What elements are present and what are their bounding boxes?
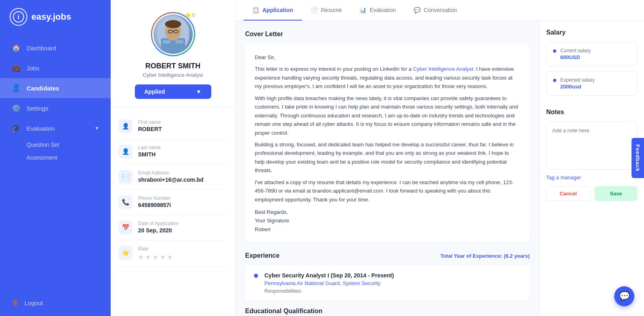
tab-resume[interactable]: 📄 Resume bbox=[302, 0, 351, 21]
last-name-field: 👤 Last name SMITH bbox=[119, 139, 227, 164]
tab-evaluation[interactable]: 📊 Evaluation bbox=[351, 0, 405, 21]
logout-button[interactable]: 🚪 Logout bbox=[0, 293, 111, 312]
avatar bbox=[153, 14, 193, 54]
cover-letter-p1: This letter is to express my interest in… bbox=[255, 65, 520, 90]
svg-rect-8 bbox=[175, 40, 184, 43]
calendar-icon: 📅 bbox=[119, 221, 132, 234]
current-salary-dot bbox=[553, 49, 556, 53]
current-salary-value: 600USD bbox=[560, 54, 590, 60]
avatar-ring bbox=[151, 12, 195, 56]
status-dropdown[interactable]: Applied ▼ bbox=[135, 84, 211, 99]
evaluation-tab-icon: 📊 bbox=[359, 7, 366, 13]
email-field: ✉️ Email Address shraboni+16@ar.com.bd bbox=[119, 164, 227, 190]
feedback-tab[interactable]: Feedback bbox=[632, 138, 644, 178]
sidebar-item-dashboard[interactable]: 🏠 Dashboard bbox=[0, 38, 111, 58]
current-salary-label: Current salary bbox=[560, 48, 590, 53]
chat-fab[interactable]: 💬 bbox=[614, 286, 634, 306]
candidate-panel: ⭐ 0 ROBERT SMITH Cyber Intelligence Anal… bbox=[111, 0, 235, 316]
star-3[interactable]: ★ bbox=[153, 253, 158, 261]
svg-text:i: i bbox=[18, 14, 19, 21]
date-label: Date of Application bbox=[138, 221, 178, 226]
education-heading: Educational Qualification bbox=[245, 308, 530, 315]
phone-label: Phone Number bbox=[138, 195, 171, 201]
conversation-tab-icon: 💬 bbox=[414, 7, 421, 13]
notes-actions: Cancel Save bbox=[546, 186, 638, 201]
email-value: shraboni+16@ar.com.bd bbox=[138, 176, 204, 183]
candidate-header: ⭐ 0 ROBERT SMITH Cyber Intelligence Anal… bbox=[111, 0, 235, 107]
star-5[interactable]: ★ bbox=[167, 253, 173, 261]
sidebar-item-question-set[interactable]: Question Set bbox=[27, 138, 111, 151]
sidebar-item-assessment[interactable]: Assessment bbox=[27, 151, 111, 164]
star-1[interactable]: ★ bbox=[138, 253, 144, 261]
phone-icon: 📞 bbox=[119, 195, 132, 209]
star-rate-icon: ⭐ bbox=[119, 246, 132, 260]
evaluation-icon: 🎓 bbox=[11, 124, 21, 133]
cover-closing-1: Best Regards, bbox=[255, 208, 520, 216]
experience-header: Experience Total Year of Experience: (6.… bbox=[245, 252, 530, 259]
info-fields: 👤 First name ROBERT 👤 Last name SMITH ✉️… bbox=[111, 107, 235, 273]
exp-dot bbox=[254, 274, 258, 278]
logo[interactable]: i easy.jobs bbox=[0, 0, 111, 34]
sidebar: i easy.jobs 🏠 Dashboard 💼 Jobs 👤 Candida… bbox=[0, 0, 111, 316]
star-2[interactable]: ★ bbox=[145, 253, 151, 261]
candidate-title: Cyber Intelligence Analyst bbox=[143, 72, 203, 78]
notes-textarea[interactable] bbox=[546, 121, 638, 170]
chevron-down-icon: ▼ bbox=[196, 88, 202, 95]
candidate-name: ROBERT SMITH bbox=[145, 62, 200, 70]
star-badge: ⭐ 0 bbox=[185, 12, 195, 18]
job-link[interactable]: Cyber Intelligence Analyst bbox=[413, 66, 473, 72]
first-name-field: 👤 First name ROBERT bbox=[119, 114, 227, 139]
expected-salary-dot bbox=[553, 79, 556, 82]
date-value: 20 Sep, 2020 bbox=[138, 227, 178, 234]
experience-card-0: Cyber Security Analyst I (Sep 20, 2014 -… bbox=[245, 265, 530, 301]
exp-company: Pennsylvania Air National Guard, System … bbox=[264, 280, 394, 286]
experience-heading: Experience bbox=[245, 252, 279, 259]
save-button[interactable]: Save bbox=[594, 186, 638, 201]
home-icon: 🏠 bbox=[11, 43, 21, 52]
experience-years: Total Year of Experience: (6.2 years) bbox=[440, 253, 530, 259]
tab-conversation[interactable]: 💬 Conversation bbox=[405, 0, 466, 21]
avatar-wrapper: ⭐ 0 bbox=[151, 12, 195, 56]
salutation: Dear Sir, bbox=[255, 53, 520, 62]
tab-application[interactable]: 📋 Application bbox=[244, 0, 302, 21]
logo-icon: i bbox=[10, 8, 27, 26]
content-salary: Cover Letter Dear Sir, This letter is to… bbox=[235, 21, 644, 316]
salary-notes-panel: Salary Current salary 600USD Expected sa… bbox=[539, 21, 644, 316]
cover-closing-3: Robert bbox=[255, 225, 520, 234]
tag-manager-link[interactable]: Tag a manager bbox=[546, 174, 638, 181]
app-content: Cover Letter Dear Sir, This letter is to… bbox=[235, 21, 539, 316]
jobs-icon: 💼 bbox=[11, 64, 21, 72]
notes-section: Notes Tag a manager Cancel Save bbox=[546, 109, 638, 201]
last-name-label: Last name bbox=[138, 145, 161, 150]
person-icon-2: 👤 bbox=[119, 145, 132, 158]
svg-rect-7 bbox=[163, 40, 171, 43]
candidates-icon: 👤 bbox=[11, 84, 21, 92]
exp-title: Cyber Security Analyst I (Sep 20, 2014 -… bbox=[264, 272, 394, 279]
svg-point-6 bbox=[167, 36, 179, 41]
salary-heading: Salary bbox=[546, 29, 638, 36]
cover-letter-p4: I've attached a copy of my resume that d… bbox=[255, 178, 520, 204]
expected-salary-value: 2000usd bbox=[560, 84, 594, 90]
cover-letter-box: Dear Sir, This letter is to express my i… bbox=[245, 44, 530, 242]
first-name-label: First name bbox=[138, 119, 162, 125]
chat-icon: 💬 bbox=[619, 291, 630, 302]
sidebar-item-evaluation[interactable]: 🎓 Evaluation ▼ bbox=[0, 118, 111, 138]
sidebar-item-jobs[interactable]: 💼 Jobs bbox=[0, 58, 111, 78]
settings-icon: ⚙️ bbox=[11, 104, 21, 113]
sidebar-item-candidates[interactable]: 👤 Candidates bbox=[0, 78, 111, 98]
sidebar-nav: 🏠 Dashboard 💼 Jobs 👤 Candidates ⚙️ Setti… bbox=[0, 34, 111, 293]
cover-letter-text: Dear Sir, This letter is to express my i… bbox=[255, 53, 520, 234]
cover-letter-p3: Building a strong, focused, and dedicate… bbox=[255, 140, 520, 175]
phone-field: 📞 Phone Number 6458909857i bbox=[119, 190, 227, 215]
star-rating[interactable]: ★ ★ ★ ★ ★ bbox=[138, 253, 173, 261]
star-4[interactable]: ★ bbox=[160, 253, 165, 261]
sidebar-item-settings[interactable]: ⚙️ Settings bbox=[0, 98, 111, 118]
rate-field: ⭐ Rate ★ ★ ★ ★ ★ bbox=[119, 240, 227, 267]
date-field: 📅 Date of Application 20 Sep, 2020 bbox=[119, 215, 227, 240]
phone-value: 6458909857i bbox=[138, 202, 171, 208]
cancel-button[interactable]: Cancel bbox=[546, 186, 590, 201]
current-salary-card: Current salary 600USD bbox=[546, 42, 638, 66]
rate-label: Rate bbox=[138, 246, 173, 252]
resume-tab-icon: 📄 bbox=[311, 7, 318, 13]
cover-letter-p2: With high profile data breaches making t… bbox=[255, 94, 520, 137]
